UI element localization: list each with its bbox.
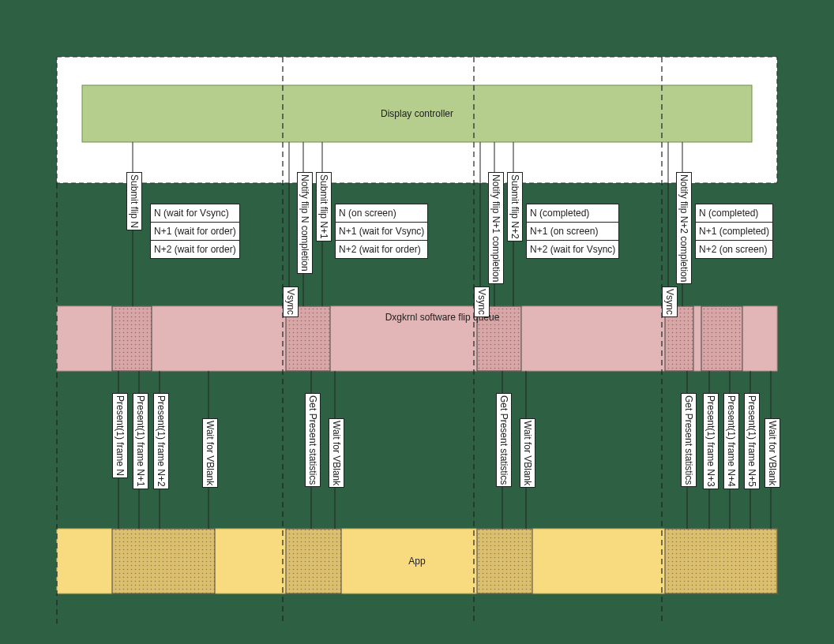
diagram-stage: Display controller Dxgkrnl software flip… (0, 0, 834, 644)
notify-n-label: Notify flip N completion (297, 172, 313, 274)
get-stats-3: Get Present statistics (681, 393, 697, 487)
vsync-1-label: Vsync (283, 286, 299, 317)
dxgkrnl-label: Dxgkrnl software flip queue (371, 312, 513, 324)
wait-vblank-2: Wait for VBlank (329, 418, 344, 488)
display-controller-band: Display controller (82, 85, 752, 142)
submit-flip-n-label: Submit flip N (126, 172, 142, 230)
app-band: App (57, 529, 777, 593)
wait-vblank-1: Wait for VBlank (202, 418, 218, 488)
queue-state-2: N (on screen) N+1 (wait for Vsync) N+2 (… (335, 204, 428, 259)
svg-rect-8 (112, 306, 152, 371)
present-n1-label: Present(1) frame N+1 (133, 393, 148, 489)
svg-rect-12 (701, 306, 742, 371)
app-label: App (408, 556, 425, 567)
wait-vblank-3: Wait for VBlank (520, 418, 535, 488)
queue-state-3: N (completed) N+1 (on screen) N+2 (wait … (526, 204, 619, 259)
submit-flip-n2-label: Submit flip N+2 (507, 172, 523, 242)
get-stats-2: Get Present statistics (496, 393, 512, 487)
present-n-label: Present(1) frame N (112, 393, 128, 478)
queue-state-4: N (completed) N+1 (completed) N+2 (on sc… (695, 204, 773, 259)
present-n4-label: Present(1) frame N+4 (723, 393, 739, 489)
vsync-3-label: Vsync (662, 286, 678, 317)
notify-n2-label: Notify flip N+2 completion (676, 172, 692, 284)
present-n5-label: Present(1) frame N+5 (744, 393, 760, 489)
notify-n1-label: Notify flip N+1 completion (488, 172, 504, 284)
vsync-2-label: Vsync (474, 286, 490, 317)
get-stats-1: Get Present statistics (305, 393, 321, 487)
submit-flip-n1-label: Submit flip N+1 (316, 172, 332, 242)
present-n2-label: Present(1) frame N+2 (153, 393, 169, 489)
present-n3-label: Present(1) frame N+3 (703, 393, 719, 489)
wait-vblank-4: Wait for VBlank (764, 418, 780, 488)
display-controller-label: Display controller (381, 108, 453, 119)
queue-state-1: N (wait for Vsync) N+1 (wait for order) … (150, 204, 240, 259)
